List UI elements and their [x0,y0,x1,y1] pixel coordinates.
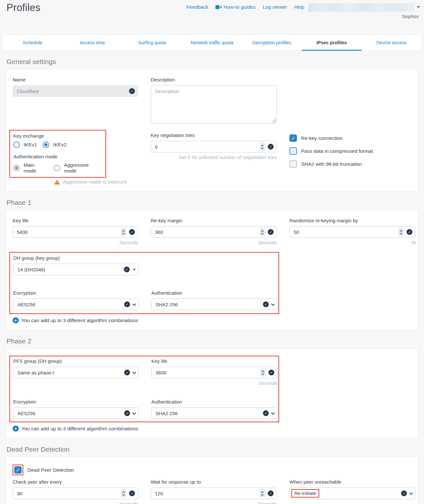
tab-device-access[interactable]: Device access [362,35,421,50]
p1-randomize-input[interactable]: ✓ [289,226,416,238]
p2-authentication-select[interactable]: SHA2 256 ✓ [151,407,277,419]
wait-response-label: Wait for response up to [151,479,277,485]
wait-response-input[interactable]: ✓ [151,488,277,499]
key-negotiation-value[interactable] [155,144,259,150]
p1-key-life-value[interactable] [17,229,121,235]
p1-randomize-value[interactable] [294,229,398,235]
radio-ikev1[interactable] [13,142,20,148]
radio-aggressive-mode[interactable] [54,165,60,171]
check-peer-group: Check peer after every ✓ Seconds [13,479,138,504]
p1-randomize-label: Randomize re-keying margin by [289,218,416,224]
number-stepper[interactable] [121,489,126,498]
p2-encryption-group: Encryption AES256 ✓ [13,399,139,419]
number-stepper[interactable] [398,228,404,236]
stepper-down-icon [262,373,264,375]
peer-unreachable-select[interactable]: Re-initiate ✓ [289,488,416,499]
p1-key-life-label: Key life [13,218,138,224]
compressed-format-label: Pass data in compressed format [301,148,373,154]
add-plus-icon[interactable]: + [13,317,19,323]
p2-authentication-group: Authentication SHA2 256 ✓ [151,399,277,419]
valid-check-icon: ✓ [401,490,407,496]
p2-encryption-label: Encryption [13,399,139,405]
pfs-group-select[interactable]: Same as phase-I ✓ [13,367,139,378]
p1-rekey-margin-value[interactable] [155,229,259,235]
number-stepper[interactable] [259,142,265,151]
name-field-group: Name ✓ [13,77,138,123]
auth-mode-label: Authentication mode [13,154,102,160]
phase2-heading: Phase 2 [6,337,424,345]
number-stepper[interactable] [121,228,126,236]
p1-rekey-margin-unit: Seconds [151,240,277,246]
description-label: Description [151,77,277,83]
log-viewer-link[interactable]: Log viewer [263,4,287,10]
name-input: ✓ [13,85,138,97]
warning-text: Aggressive mode is insecure [63,179,127,185]
key-negotiation-helper: Set 0 for unlimited number of negotiatio… [151,154,277,160]
chevron-down-icon [271,411,275,415]
howto-guides-label: How-to guides [223,4,255,10]
howto-guides-link[interactable]: How-to guides [215,4,255,10]
chevron-down-icon[interactable] [417,6,420,8]
page-header: Profiles Feedback How-to guides Log view… [0,0,424,35]
p2-encryption-value: AES256 [17,411,124,416]
add-plus-icon[interactable]: + [13,425,19,432]
p2-encryption-select[interactable]: AES256 ✓ [13,407,139,419]
tab-ipsec-profiles[interactable]: IPsec profiles [302,35,362,50]
p2-key-life-value[interactable] [156,370,260,375]
warning-triangle-icon [54,180,60,184]
peer-unreachable-group: When peer unreachable Re-initiate ✓ [289,479,416,504]
p1-encryption-select[interactable]: AES256 ✓ [13,299,139,310]
tab-network-traffic-quota[interactable]: Network traffic quota [182,35,242,50]
tab-schedule[interactable]: Schedule [3,35,62,50]
dpd-enable-checkbox[interactable]: ✓ [14,466,22,474]
key-negotiation-field-group: Key negotiation tries ✓ Set 0 for unlimi… [151,130,277,185]
dh-group-field-group: DH group (key group) 14 (DH2048) ✓ [13,255,139,275]
general-settings-heading: General settings [6,58,424,66]
p1-authentication-value: SHA2 256 [156,302,263,307]
phase1-card: Key life ✓ Seconds Re-key margin ✓ Secon… [6,210,418,330]
p1-authentication-select[interactable]: SHA2 256 ✓ [151,299,277,310]
p1-key-life-input[interactable]: ✓ [13,226,138,238]
radio-ikev2[interactable] [43,142,49,148]
stepper-down-icon [122,232,125,235]
radio-ikev1-label: IKEv1 [24,142,37,148]
tab-decryption-profiles[interactable]: Decryption profiles [242,35,302,50]
p1-encryption-group: Encryption AES256 ✓ [13,290,139,310]
p2-authentication-label: Authentication [151,399,277,405]
valid-check-icon: ✓ [124,301,130,307]
tab-access-time[interactable]: Access time [62,35,122,50]
phase1-heading: Phase 1 [6,199,424,206]
p1-rekey-margin-input[interactable]: ✓ [151,226,277,238]
key-negotiation-input[interactable]: ✓ [151,141,277,152]
dh-group-select[interactable]: 14 (DH2048) ✓ [13,264,139,275]
check-peer-input[interactable]: ✓ [13,488,138,499]
rekey-connection-checkbox[interactable]: ✓ [289,134,297,142]
account-selector-redacted[interactable] [308,3,414,12]
stepper-down-icon [261,493,264,496]
feedback-link[interactable]: Feedback [186,4,208,10]
wait-response-value[interactable] [155,491,259,496]
p2-key-life-input[interactable]: ✓ [151,367,277,378]
number-stepper[interactable] [259,228,265,236]
p2-note-text: You can add up to 3 different algorithm … [21,426,138,432]
tab-surfing-quota[interactable]: Surfing quota [122,35,182,50]
ipsec-profiles-page: Profiles Feedback How-to guides Log view… [0,0,424,504]
p2-authentication-value: SHA2 256 [156,411,263,416]
p1-authentication-label: Authentication [151,290,277,296]
radio-main-mode[interactable] [13,165,20,171]
description-textarea[interactable] [151,85,277,123]
p1-key-life-group: Key life ✓ Seconds [13,218,138,246]
dh-group-value: 14 (DH2048) [17,267,124,272]
phase2-algorithms-annotation-box: PFS group (DH group) Same as phase-I ✓ K… [9,356,279,422]
check-peer-label: Check peer after every [13,479,138,485]
help-link[interactable]: Help [294,4,304,10]
number-stepper[interactable] [259,489,265,498]
sha2-truncation-checkbox[interactable]: ✓ [289,160,297,168]
check-peer-value[interactable] [17,491,121,496]
valid-check-icon: ✓ [268,490,274,496]
valid-check-icon: ✓ [263,301,269,307]
number-stepper[interactable] [260,368,266,377]
valid-check-icon: ✓ [129,490,135,496]
compressed-format-checkbox[interactable]: ✓ [289,147,297,155]
feedback-label: Feedback [186,4,208,10]
